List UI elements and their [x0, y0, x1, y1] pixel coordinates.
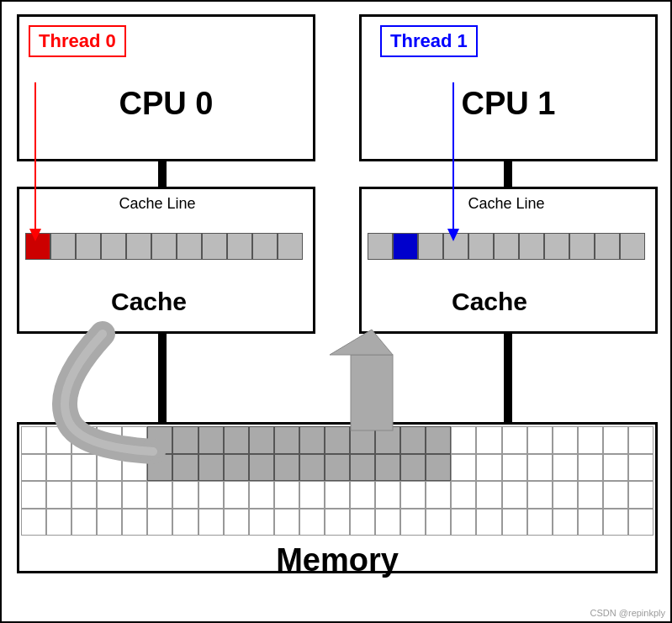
memory-cell	[476, 454, 501, 482]
memory-cell	[628, 426, 653, 454]
svg-rect-0	[158, 160, 167, 189]
memory-cell	[249, 454, 274, 482]
cache1-cell-9	[620, 233, 645, 260]
memory-cell	[527, 454, 553, 482]
cache0-line-row	[25, 233, 307, 260]
memory-cell	[122, 426, 147, 454]
memory-cell	[299, 426, 325, 454]
memory-text: Memory	[17, 542, 658, 578]
cpu0-text: CPU 0	[17, 86, 315, 122]
cache0-cell-10	[278, 233, 303, 260]
memory-cell	[46, 481, 71, 509]
cache1-cell-3	[468, 233, 494, 260]
memory-cell	[325, 509, 350, 536]
memory-cell	[451, 454, 476, 482]
cpu1-text: CPU 1	[359, 86, 658, 122]
memory-cell	[578, 426, 603, 454]
memory-cell	[400, 509, 426, 536]
memory-cell	[46, 509, 71, 536]
svg-rect-8	[351, 355, 393, 430]
memory-cell	[147, 454, 172, 482]
cache0-cell-4	[126, 233, 151, 260]
svg-rect-1	[504, 160, 512, 189]
cache1-cell-0	[368, 233, 393, 260]
memory-cell	[426, 481, 451, 509]
cache0-cell-6	[177, 233, 202, 260]
cache0-cell-red	[25, 233, 50, 260]
svg-rect-3	[504, 332, 512, 425]
memory-cell	[451, 509, 476, 536]
memory-cell	[147, 509, 172, 536]
memory-cell	[224, 481, 249, 509]
memory-cell	[21, 454, 46, 482]
memory-cell	[553, 481, 578, 509]
memory-cell	[603, 509, 628, 536]
memory-cell	[224, 426, 249, 454]
cache1-cell-blue	[393, 233, 418, 260]
memory-cell	[375, 509, 400, 536]
memory-cell	[527, 426, 553, 454]
memory-cell	[325, 454, 350, 482]
cache0-text: Cache	[111, 288, 187, 316]
memory-cell	[274, 509, 299, 536]
memory-cell	[628, 509, 653, 536]
memory-cell	[375, 454, 400, 482]
memory-cell	[375, 481, 400, 509]
memory-cell	[502, 454, 527, 482]
cache0-cell-9	[252, 233, 278, 260]
memory-cell	[122, 481, 147, 509]
memory-cell	[451, 481, 476, 509]
cache0-cell-7	[202, 233, 227, 260]
memory-cell	[350, 509, 375, 536]
memory-cell	[502, 509, 527, 536]
cache0-cell-5	[151, 233, 177, 260]
memory-cell	[603, 426, 628, 454]
memory-cell	[198, 509, 224, 536]
thread1-label: Thread 1	[380, 25, 478, 57]
cache1-cell-6	[544, 233, 569, 260]
memory-cell	[274, 454, 299, 482]
thread0-label: Thread 0	[29, 25, 126, 57]
memory-cell	[147, 481, 172, 509]
cache0-cell-2	[76, 233, 101, 260]
memory-cell	[21, 481, 46, 509]
memory-cell	[578, 481, 603, 509]
cache1-cell-4	[494, 233, 519, 260]
memory-cell	[224, 454, 249, 482]
memory-cell	[299, 454, 325, 482]
memory-cell	[172, 426, 198, 454]
memory-cell	[97, 426, 122, 454]
memory-cell	[628, 481, 653, 509]
memory-cell	[122, 454, 147, 482]
memory-cell	[97, 481, 122, 509]
memory-cell	[274, 481, 299, 509]
cache0-line-label: Cache Line	[73, 195, 241, 213]
memory-cell	[628, 454, 653, 482]
memory-cell	[527, 481, 553, 509]
memory-cell	[426, 509, 451, 536]
cache1-line-row	[368, 233, 649, 260]
watermark: CSDN @repinkply	[590, 608, 665, 618]
memory-cell	[578, 454, 603, 482]
memory-cell	[147, 426, 172, 454]
memory-cell	[325, 481, 350, 509]
memory-cell	[350, 426, 375, 454]
memory-cell	[21, 509, 46, 536]
cache1-cell-2	[443, 233, 468, 260]
memory-cell	[274, 426, 299, 454]
memory-cell	[122, 509, 147, 536]
memory-cell	[71, 509, 97, 536]
memory-cell	[249, 426, 274, 454]
memory-cell	[172, 454, 198, 482]
memory-cell	[553, 509, 578, 536]
memory-cell	[476, 481, 501, 509]
memory-cell	[299, 481, 325, 509]
memory-cell	[502, 426, 527, 454]
memory-cell	[198, 454, 224, 482]
memory-cell	[249, 481, 274, 509]
memory-cell	[299, 509, 325, 536]
memory-cell	[375, 426, 400, 454]
memory-cell	[426, 426, 451, 454]
cache1-cell-1	[418, 233, 443, 260]
memory-cell	[198, 426, 224, 454]
